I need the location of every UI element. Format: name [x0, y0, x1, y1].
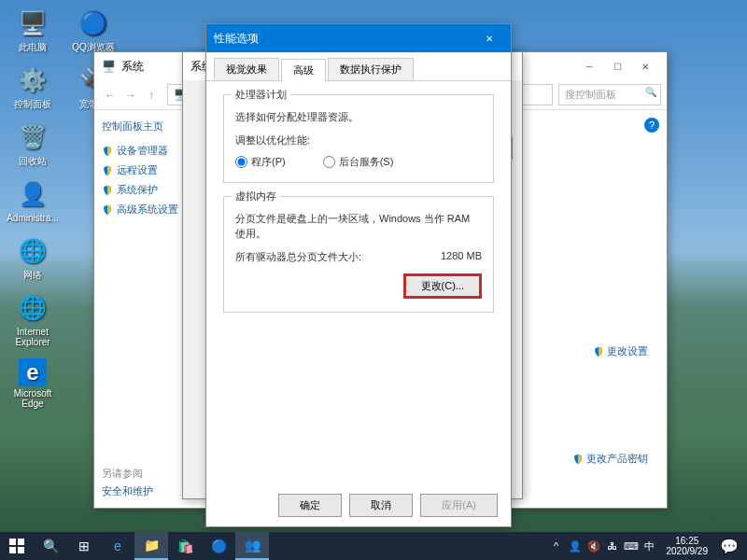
tray-people-icon[interactable]: 👤: [566, 532, 585, 560]
svg-rect-1: [18, 539, 24, 545]
desktop-icon-edge[interactable]: eMicrosoft Edge: [5, 357, 61, 411]
sidebar-protection[interactable]: 系统保护: [102, 180, 190, 200]
app-taskbar-icon[interactable]: 👥: [235, 532, 269, 560]
tray-network-icon[interactable]: 🖧: [603, 532, 622, 560]
sidebar-title: 控制面板主页: [102, 119, 190, 133]
start-button[interactable]: [0, 532, 34, 560]
tray-lang-icon[interactable]: 中: [641, 532, 659, 560]
vm-group-title: 虚拟内存: [232, 189, 280, 203]
vm-total-label: 所有驱动器总分页文件大小:: [235, 250, 361, 264]
sidebar-device-manager[interactable]: 设备管理器: [102, 141, 190, 161]
close-button[interactable]: ✕: [475, 28, 503, 49]
vm-text: 分页文件是硬盘上的一块区域，Windows 当作 RAM 使用。: [235, 212, 482, 241]
desktop-icon-network[interactable]: 🌐网络: [5, 232, 61, 282]
pc-icon: 🖥️: [16, 7, 49, 40]
ie-icon: 🌐: [16, 291, 49, 325]
tab-advanced[interactable]: 高级: [281, 59, 326, 81]
shield-icon: [102, 146, 113, 157]
desktop-icon-ie[interactable]: 🌐Internet Explorer: [5, 289, 61, 349]
apply-button[interactable]: 应用(A): [420, 494, 498, 517]
cancel-button[interactable]: 取消: [349, 494, 413, 517]
qq-taskbar-icon[interactable]: 🔵: [202, 532, 235, 560]
shield-icon: [593, 346, 604, 357]
desktop-icon-this-pc[interactable]: 🖥️此电脑: [5, 5, 61, 54]
forward-button[interactable]: →: [120, 85, 141, 105]
system-icon: 🖥️: [102, 60, 116, 73]
adjust-label: 调整以优化性能:: [235, 133, 482, 147]
svg-rect-3: [18, 547, 24, 553]
change-button[interactable]: 更改(C)...: [403, 273, 482, 299]
tray-up-icon[interactable]: ^: [547, 532, 566, 560]
shield-icon: [572, 454, 584, 465]
task-view-icon[interactable]: ⊞: [67, 532, 101, 560]
security-maintenance-link[interactable]: 安全和维护: [102, 484, 153, 498]
shield-icon: [102, 165, 113, 176]
radio-programs[interactable]: 程序(P): [235, 155, 286, 169]
sidebar-bottom: 另请参阅 安全和维护: [102, 467, 153, 498]
edge-icon: e: [19, 358, 47, 386]
recycle-bin-icon: 🗑️: [16, 120, 49, 154]
radio-background[interactable]: 后台服务(S): [323, 155, 394, 169]
explorer-taskbar-icon[interactable]: 📁: [134, 532, 168, 560]
tab-visual-effects[interactable]: 视觉效果: [214, 58, 279, 80]
sidebar-remote[interactable]: 远程设置: [102, 161, 190, 180]
sidebar-advanced[interactable]: 高级系统设置: [102, 200, 190, 219]
back-button[interactable]: ←: [100, 85, 120, 105]
edge-taskbar-icon[interactable]: e: [101, 532, 134, 560]
qqbrowser-icon: 🔵: [77, 7, 110, 40]
desktop-icon-administrator[interactable]: 👤Administra...: [5, 175, 61, 225]
performance-options-dialog: 性能选项 ✕ 视觉效果 高级 数据执行保护 处理器计划 选择如何分配处理器资源。…: [205, 23, 512, 527]
svg-rect-0: [9, 539, 16, 545]
store-taskbar-icon[interactable]: 🛍️: [168, 532, 202, 560]
desktop-icon-recycle-bin[interactable]: 🗑️回收站: [5, 119, 61, 168]
tray-volume-icon[interactable]: 🔇: [585, 532, 603, 560]
shield-icon: [102, 204, 113, 216]
user-icon: 👤: [16, 177, 49, 211]
minimize-button[interactable]: ─: [575, 56, 603, 77]
perf-title: 性能选项: [214, 31, 475, 47]
shield-icon: [102, 185, 113, 196]
svg-rect-2: [9, 547, 16, 553]
processor-group: 处理器计划 选择如何分配处理器资源。 调整以优化性能: 程序(P) 后台服务(S…: [223, 94, 494, 183]
search-icon[interactable]: 🔍: [34, 532, 67, 560]
desktop-icon-control-panel[interactable]: ⚙️控制面板: [5, 62, 61, 111]
perf-tabs: 视觉效果 高级 数据执行保护: [206, 52, 511, 81]
taskbar: 🔍 ⊞ e 📁 🛍️ 🔵 👥 ^ 👤 🔇 🖧 ⌨ 中 16:25 2020/9/…: [0, 532, 747, 560]
clock[interactable]: 16:25 2020/9/29: [659, 536, 716, 556]
control-panel-icon: ⚙️: [16, 63, 49, 97]
ok-button[interactable]: 确定: [278, 494, 342, 517]
search-input[interactable]: 搜控制面板: [558, 84, 661, 105]
dialog-buttons: 确定 取消 应用(A): [278, 494, 498, 517]
up-button[interactable]: ↑: [141, 85, 162, 105]
virtual-memory-group: 虚拟内存 分页文件是硬盘上的一块区域，Windows 当作 RAM 使用。 所有…: [223, 196, 494, 313]
system-tray: ^ 👤 🔇 🖧 ⌨ 中 16:25 2020/9/29 💬: [547, 532, 748, 560]
notification-icon[interactable]: 💬: [715, 532, 743, 560]
tray-ime-icon[interactable]: ⌨: [622, 532, 641, 560]
desktop-icon-qqbrowser[interactable]: 🔵QQ浏览器: [65, 5, 121, 54]
tab-dep[interactable]: 数据执行保护: [328, 58, 414, 80]
close-button[interactable]: ✕: [631, 56, 659, 77]
processor-group-title: 处理器计划: [232, 88, 290, 102]
perf-titlebar[interactable]: 性能选项 ✕: [206, 24, 511, 52]
desktop-icons-col1: 🖥️此电脑 ⚙️控制面板 🗑️回收站 👤Administra... 🌐网络 🌐I…: [5, 5, 61, 411]
network-icon: 🌐: [16, 234, 49, 268]
perf-body: 处理器计划 选择如何分配处理器资源。 调整以优化性能: 程序(P) 后台服务(S…: [206, 81, 511, 339]
help-icon[interactable]: ?: [644, 118, 659, 133]
maximize-button[interactable]: ☐: [603, 56, 631, 77]
vm-total-value: 1280 MB: [441, 250, 482, 264]
processor-text: 选择如何分配处理器资源。: [235, 110, 482, 124]
